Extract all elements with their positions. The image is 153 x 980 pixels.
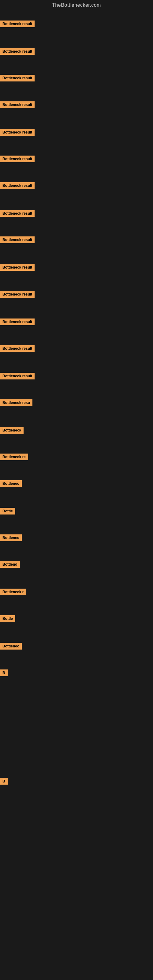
bottleneck-result-badge[interactable]: Bottleneck result (0, 291, 35, 298)
bottleneck-result-badge[interactable]: Bottleneck result (0, 75, 35, 81)
bottleneck-result-badge[interactable]: Bottleneck result (0, 236, 35, 243)
bottleneck-result-badge[interactable]: Bottleneck result (0, 21, 35, 27)
bottleneck-result-badge[interactable]: Bottleneck result (0, 318, 35, 325)
bottleneck-result-badge[interactable]: Bottleneck result (0, 264, 35, 271)
bottleneck-result-badge[interactable]: Bottle (0, 508, 15, 514)
bottleneck-result-badge[interactable]: Bottleneck result (0, 182, 35, 189)
site-title-container: TheBottlenecker.com (0, 0, 153, 9)
bottleneck-result-badge[interactable]: Bottlenec (0, 480, 22, 487)
bottleneck-result-badge[interactable]: Bottleneck result (0, 210, 35, 217)
bottleneck-result-badge[interactable]: Bottleneck result (0, 345, 35, 352)
bottleneck-result-badge[interactable]: Bottleneck resu (0, 399, 32, 406)
bottleneck-result-badge[interactable]: Bottleneck result (0, 101, 35, 108)
bottleneck-result-badge[interactable]: Bottleneck result (0, 373, 35, 379)
bottleneck-result-badge[interactable]: B (0, 670, 8, 676)
bottleneck-result-badge[interactable]: Bottlenec (0, 643, 22, 649)
bottleneck-result-badge[interactable]: Bottlend (0, 561, 20, 568)
bottleneck-result-badge[interactable]: Bottleneck result (0, 129, 35, 136)
bottleneck-result-badge[interactable]: Bottlenec (0, 535, 22, 541)
bottleneck-result-badge[interactable]: Bottleneck re (0, 453, 28, 460)
bottleneck-result-badge[interactable]: Bottleneck r (0, 589, 26, 595)
bottleneck-result-badge[interactable]: Bottleneck result (0, 156, 35, 162)
bottleneck-result-badge[interactable]: Bottleneck (0, 427, 24, 434)
bottleneck-result-badge[interactable]: Bottle (0, 615, 15, 622)
site-title: TheBottlenecker.com (0, 0, 153, 9)
bottleneck-result-badge[interactable]: Bottleneck result (0, 48, 35, 55)
bottleneck-result-badge[interactable]: B (0, 778, 8, 784)
